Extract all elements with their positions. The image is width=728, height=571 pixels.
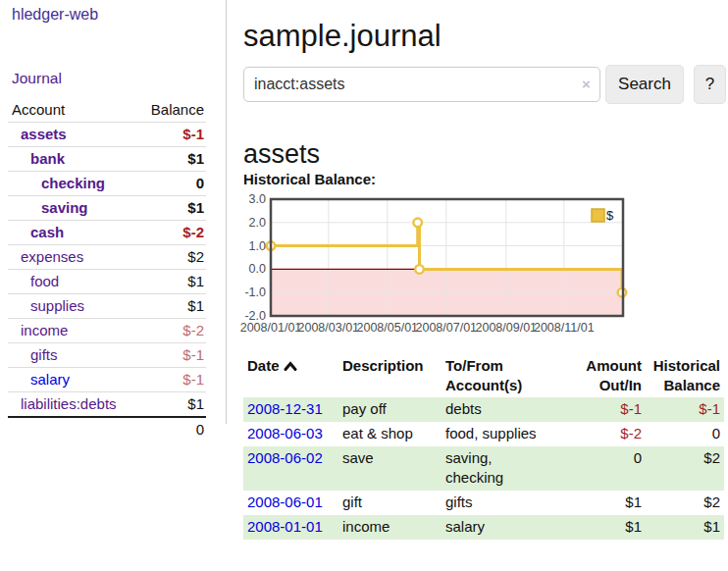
account-balance: $-2 [137, 221, 206, 245]
transaction-date-link[interactable]: 2008-06-02 [247, 449, 323, 466]
transaction-balance: 0 [646, 422, 724, 446]
svg-text:-1.0: -1.0 [244, 286, 266, 299]
account-row-saving: saving $1 [8, 196, 206, 221]
chart-title-label: Historical Balance: [243, 171, 376, 187]
sidebar-divider [226, 0, 227, 424]
transaction-description: pay off [338, 397, 442, 422]
register-row: 2008-01-01 income salary $1 $1 [243, 515, 724, 540]
clear-search-icon[interactable]: × [582, 76, 591, 92]
search-button[interactable]: Search [605, 65, 684, 104]
accounts-col-balance: Balance [137, 98, 206, 123]
account-row-liabilities-debts: liabilities:debts $1 [8, 392, 206, 418]
register-row: 2008-06-03 eat & shop food, supplies $-2… [243, 422, 724, 446]
transaction-description: income [338, 515, 442, 540]
account-link-food[interactable]: food [30, 273, 59, 289]
register-col-balance: Historical Balance [646, 354, 724, 397]
page-title: sample.journal [243, 19, 442, 54]
transaction-date-link[interactable]: 2008-06-01 [247, 493, 323, 510]
account-link-bank[interactable]: bank [30, 150, 65, 167]
svg-text:3.0: 3.0 [249, 192, 266, 206]
account-row-checking: checking 0 [8, 172, 206, 196]
register-row: 2008-06-02 save saving, checking 0 $2 [243, 446, 724, 491]
legend-swatch [592, 209, 604, 222]
account-balance: $1 [137, 392, 206, 418]
transaction-description: save [338, 446, 442, 491]
account-link-liabilities-debts[interactable]: liabilities:debts [21, 395, 117, 412]
chart-svg: $ 3.0 2.0 1.0 0.0 -1.0 -2.0 2008/01/01 2… [235, 192, 648, 341]
register-row: 2008-12-31 pay off debts $-1 $-1 [243, 397, 724, 422]
account-link-income[interactable]: income [21, 322, 68, 338]
transaction-amount: $1 [547, 515, 646, 540]
account-row-salary: salary $-1 [8, 368, 206, 392]
help-button[interactable]: ? [694, 65, 726, 104]
transaction-balance: $2 [646, 491, 724, 515]
accounts-total-row: 0 [8, 417, 206, 441]
account-link-expenses[interactable]: expenses [21, 248, 83, 265]
account-link-assets[interactable]: assets [21, 126, 67, 142]
account-balance: $-1 [137, 123, 206, 147]
account-row-gifts: gifts $-1 [8, 343, 206, 368]
register-col-accounts: To/From Account(s) [442, 354, 547, 397]
register-col-amount: Amount Out/In [547, 354, 646, 397]
account-row-bank: bank $1 [8, 147, 206, 172]
account-balance: $1 [137, 147, 206, 172]
account-link-checking[interactable]: checking [41, 175, 105, 191]
account-heading: assets [243, 139, 320, 170]
transaction-amount: $1 [547, 491, 646, 515]
transaction-date-link[interactable]: 2008-06-03 [247, 425, 323, 441]
account-link-supplies[interactable]: supplies [30, 297, 84, 314]
account-row-income: income $-2 [8, 319, 206, 343]
transaction-date-link[interactable]: 2008-01-01 [247, 518, 323, 535]
svg-text:2.0: 2.0 [249, 216, 266, 230]
account-row-assets: assets $-1 [8, 123, 206, 147]
account-link-cash[interactable]: cash [30, 224, 64, 240]
svg-text:2008/07/01: 2008/07/01 [416, 321, 478, 335]
transaction-description: eat & shop [338, 422, 442, 446]
account-balance: $-1 [137, 343, 206, 368]
search-input[interactable] [243, 67, 600, 102]
transaction-amount: $-2 [547, 422, 646, 446]
transaction-balance: $1 [646, 515, 724, 540]
register-col-description: Description [338, 354, 442, 397]
account-row-supplies: supplies $1 [8, 294, 206, 319]
accounts-total-value: 0 [137, 417, 206, 441]
account-link-salary[interactable]: salary [30, 371, 70, 388]
historical-balance-chart: $ 3.0 2.0 1.0 0.0 -1.0 -2.0 2008/01/01 2… [235, 192, 648, 341]
svg-text:2008/09/01: 2008/09/01 [476, 321, 538, 335]
y-axis-labels: 3.0 2.0 1.0 0.0 -1.0 -2.0 [244, 192, 266, 323]
account-link-gifts[interactable]: gifts [30, 346, 58, 363]
svg-text:2008/05/01: 2008/05/01 [357, 321, 419, 335]
svg-text:0.0: 0.0 [249, 262, 266, 276]
accounts-table: Account Balance assets $-1 bank $1 check… [8, 98, 206, 441]
account-balance: 0 [137, 172, 206, 196]
svg-text:2008/11/01: 2008/11/01 [534, 321, 595, 335]
svg-text:2008/03/01: 2008/03/01 [298, 321, 360, 335]
transaction-amount: 0 [547, 446, 646, 491]
account-balance: $-2 [137, 319, 206, 343]
account-link-saving[interactable]: saving [41, 199, 88, 216]
register-col-date[interactable]: Date [243, 354, 338, 397]
sort-ascending-icon [284, 357, 297, 377]
account-row-cash: cash $-2 [8, 221, 206, 245]
brand-link[interactable]: hledger-web [12, 6, 98, 24]
transaction-accounts: gifts [442, 491, 547, 515]
transaction-accounts: salary [442, 515, 547, 540]
transaction-date-link[interactable]: 2008-12-31 [247, 400, 323, 417]
register-header-row: Date Description To/From Account(s) Amou… [243, 354, 724, 397]
account-row-food: food $1 [8, 270, 206, 294]
transaction-accounts: debts [442, 397, 547, 422]
transaction-accounts: food, supplies [442, 422, 547, 446]
sidebar-item-journal[interactable]: Journal [12, 70, 62, 87]
transaction-balance: $-1 [646, 397, 724, 422]
register-row: 2008-06-01 gift gifts $1 $2 [243, 491, 724, 515]
transaction-amount: $-1 [547, 397, 646, 422]
account-balance: $1 [137, 270, 206, 294]
transaction-accounts: saving, checking [442, 446, 547, 491]
accounts-col-account: Account [8, 98, 137, 123]
accounts-header-row: Account Balance [8, 98, 206, 123]
register-table: Date Description To/From Account(s) Amou… [243, 354, 724, 540]
x-axis-labels: 2008/01/01 2008/03/01 2008/05/01 2008/07… [240, 321, 595, 335]
account-row-expenses: expenses $2 [8, 245, 206, 270]
account-balance: $1 [137, 196, 206, 221]
account-balance: $-1 [137, 368, 206, 392]
